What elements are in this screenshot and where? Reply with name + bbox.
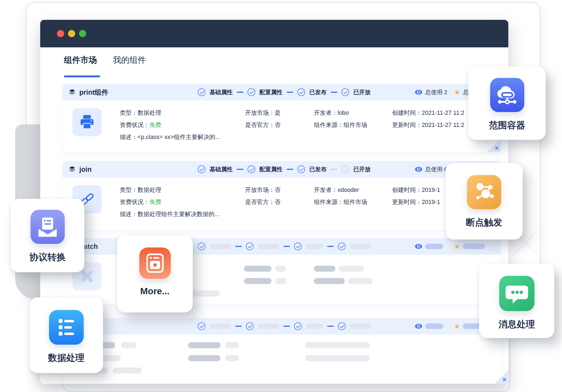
step-label: 已开放 xyxy=(353,165,371,173)
step-connector xyxy=(327,326,334,327)
floating-card-data-processing[interactable]: 数据处理 xyxy=(29,297,103,373)
step-connector xyxy=(237,169,243,170)
step-label: 已发布 xyxy=(309,88,327,96)
check-circle-icon xyxy=(294,243,302,250)
field-value: 否 xyxy=(275,122,281,128)
check-circle-icon xyxy=(341,88,349,96)
check-circle-icon xyxy=(248,165,255,173)
step-connector xyxy=(283,326,290,327)
inbox-document-icon xyxy=(31,210,65,244)
field-label: 创建时间： xyxy=(392,187,422,193)
component-card-placeholder[interactable]: ★ xyxy=(63,318,501,384)
field-label: 更新时间： xyxy=(392,199,422,205)
floating-card-label: 范围容器 xyxy=(489,119,525,132)
usage-metric xyxy=(415,238,443,255)
field-label: 更新时间： xyxy=(392,122,422,128)
placeholder-bar xyxy=(188,342,221,348)
field-value: 是 xyxy=(275,110,281,116)
step-connector xyxy=(331,169,337,170)
minimize-window-button[interactable] xyxy=(68,30,75,37)
field-label: 组件来源： xyxy=(314,199,344,205)
placeholder-bar xyxy=(425,244,443,249)
check-circle-icon xyxy=(297,165,305,173)
app-box-icon xyxy=(139,247,171,279)
field-label: 开放市场： xyxy=(245,110,275,116)
tab-my-components[interactable]: 我的组件 xyxy=(113,55,146,66)
floating-card-protocol-conversion[interactable]: 协议转换 xyxy=(11,199,84,272)
step-connector xyxy=(331,92,337,93)
usage-count: 总使用 2 xyxy=(425,88,447,96)
app-window: 组件市场 我的组件 print组件 基础属性 配置属性 xyxy=(40,20,508,384)
placeholder-bar xyxy=(225,355,239,361)
check-circle-icon xyxy=(198,243,205,250)
card-header: print组件 基础属性 配置属性 已发布 已开放 xyxy=(63,84,501,100)
field-value: 数据处理组件主要解决数据的... xyxy=(138,211,219,217)
placeholder-bar xyxy=(188,355,221,361)
chat-bubble-icon xyxy=(499,276,534,311)
step-connector xyxy=(235,326,242,327)
active-tab-indicator xyxy=(64,75,100,77)
field-label: 描述： xyxy=(120,211,138,217)
tab-component-market[interactable]: 组件市场 xyxy=(64,55,97,66)
check-circle-icon xyxy=(198,165,205,173)
check-circle-icon xyxy=(246,322,254,330)
placeholder-bar xyxy=(305,355,370,361)
placeholder-bar xyxy=(305,342,370,348)
check-circle-icon xyxy=(338,322,346,330)
field-label: 类型： xyxy=(120,110,138,116)
field-value-free: 免费 xyxy=(150,199,161,205)
eye-icon xyxy=(415,167,422,172)
floating-card-range-container[interactable]: 范围容器 xyxy=(468,66,546,140)
placeholder-bar xyxy=(121,342,136,348)
usage-count: 总使用 6 xyxy=(425,165,447,173)
rating-metric: ★ xyxy=(454,238,485,255)
floating-card-label: 数据处理 xyxy=(48,352,85,364)
field-label: 开发者： xyxy=(314,110,338,116)
maximize-window-button[interactable] xyxy=(79,30,86,37)
field-value: xdooder xyxy=(338,187,359,193)
floating-card-more[interactable]: More... xyxy=(117,235,193,312)
component-card-print[interactable]: print组件 基础属性 配置属性 已发布 已开放 xyxy=(63,84,501,152)
data-list-icon xyxy=(49,310,84,345)
placeholder-bar xyxy=(350,244,371,249)
status-steps: 基础属性 配置属性 已发布 已开放 xyxy=(198,84,371,100)
field-label: 是否官方： xyxy=(245,122,275,128)
field-value: lobo xyxy=(338,110,349,116)
field-value: 数据处理 xyxy=(138,187,161,193)
field-label: 创建时间： xyxy=(392,110,422,116)
placeholder-bar xyxy=(314,266,335,272)
floating-card-message-processing[interactable]: 消息处理 xyxy=(479,264,554,338)
cloud-network-icon xyxy=(490,78,524,112)
star-icon: ★ xyxy=(454,243,460,250)
card-title: print组件 xyxy=(79,88,108,97)
field-label: 资费状况： xyxy=(120,199,150,205)
usage-metric: 总使用 6 xyxy=(415,161,447,178)
floating-card-label: 协议转换 xyxy=(29,251,66,263)
check-circle-icon-inactive xyxy=(341,165,349,173)
placeholder-bar xyxy=(113,368,142,374)
check-circle-icon xyxy=(246,243,254,250)
check-circle-icon xyxy=(198,88,205,96)
status-steps xyxy=(198,318,371,334)
tab-bar: 组件市场 我的组件 xyxy=(64,55,146,66)
field-label: 开放市场： xyxy=(245,187,275,193)
eye-icon xyxy=(415,323,422,329)
printer-icon xyxy=(78,113,96,131)
component-icon-tile xyxy=(72,108,102,136)
close-icon[interactable]: × xyxy=(503,376,506,383)
check-circle-icon xyxy=(297,88,305,96)
field-value-free: 免费 xyxy=(150,122,161,128)
eye-icon xyxy=(415,244,422,249)
step-connector xyxy=(287,169,293,170)
floating-card-label: 消息处理 xyxy=(499,318,535,331)
check-circle-icon xyxy=(198,322,205,330)
molecule-icon xyxy=(467,175,501,209)
close-icon[interactable]: × xyxy=(495,145,499,151)
placeholder-bar xyxy=(306,244,323,249)
eye-icon xyxy=(415,89,422,95)
field-value: 2019-1 xyxy=(422,187,440,193)
component-card-join[interactable]: join 基础属性 配置属性 已发布 已开放 总使用 xyxy=(63,161,501,230)
close-window-button[interactable] xyxy=(57,30,64,37)
step-label: 配置属性 xyxy=(259,88,283,96)
floating-card-breakpoint-trigger[interactable]: 断点触发 xyxy=(446,163,523,239)
